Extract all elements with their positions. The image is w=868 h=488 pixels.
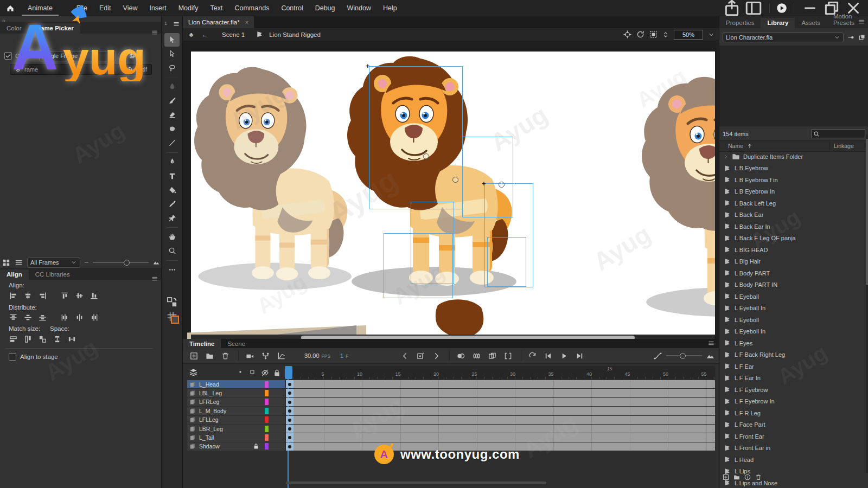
layer-frames-row[interactable] <box>286 398 715 406</box>
panel-menu-icon[interactable] <box>151 29 158 36</box>
advanced-layers-button[interactable] <box>259 350 272 362</box>
library-search-input[interactable] <box>811 129 865 138</box>
delete-item-button[interactable] <box>755 474 762 480</box>
library-item[interactable]: L F Ear In <box>719 373 866 384</box>
keyframe-cell[interactable] <box>286 442 293 451</box>
align-vertical-center-button[interactable] <box>74 291 85 300</box>
new-folder-button[interactable] <box>203 350 216 362</box>
frame-mode-dropdown[interactable]: Single Frame <box>39 51 116 61</box>
library-document-dropdown[interactable]: Lion Character.fla <box>723 33 844 42</box>
library-item[interactable]: L B Eyebrow f in <box>719 174 866 186</box>
pin-library-icon[interactable] <box>848 34 854 41</box>
library-item[interactable]: L F Back Right Leg <box>719 349 866 361</box>
align-top-edge-button[interactable] <box>59 291 70 300</box>
pin-tool[interactable] <box>164 211 180 225</box>
align-horizontal-center-button[interactable] <box>22 291 33 300</box>
distribute-horizontal-center-button[interactable] <box>74 312 85 322</box>
timeline-layer-row[interactable]: LBR_Leg <box>187 425 285 433</box>
list-view-icon[interactable] <box>15 259 23 267</box>
menu-item[interactable]: Animate <box>22 0 59 16</box>
breadcrumb-scene[interactable]: Scene 1 <box>222 31 245 38</box>
align-bottom-edge-button[interactable] <box>88 291 99 300</box>
tab-library[interactable]: Library <box>761 18 795 28</box>
library-item[interactable]: L Eyes <box>719 337 866 349</box>
hand-tool[interactable] <box>164 230 180 243</box>
zoom-tool[interactable] <box>164 244 180 258</box>
library-item[interactable]: L B Eyebrow <box>719 163 866 175</box>
tab-assets[interactable]: Assets <box>795 18 827 28</box>
match-width-button[interactable] <box>8 334 18 344</box>
transform-point-handle[interactable] <box>452 177 458 183</box>
paint-bucket-tool[interactable] <box>164 183 180 197</box>
library-item[interactable]: L F Ear <box>719 361 866 373</box>
keyframe-cell[interactable] <box>286 433 293 441</box>
back-arrow-icon[interactable]: ← <box>201 30 209 38</box>
space-horizontal-button[interactable] <box>66 334 77 344</box>
graph-size-icon[interactable] <box>654 352 662 360</box>
tab-cc-libraries[interactable]: CC Libraries <box>29 269 76 280</box>
library-item[interactable]: L Body PART <box>719 267 866 279</box>
selection-tool[interactable] <box>164 33 180 47</box>
swap-colors-icon[interactable] <box>167 297 177 307</box>
chevron-down-icon[interactable] <box>708 31 714 38</box>
library-item[interactable]: L F Eyebrow In <box>719 396 866 408</box>
home-icon[interactable] <box>5 3 15 13</box>
playhead[interactable] <box>285 366 292 379</box>
rotate-stage-icon[interactable] <box>636 30 644 38</box>
keyframe-cell[interactable] <box>286 416 293 424</box>
distribute-top-button[interactable] <box>8 312 18 322</box>
new-library-panel-icon[interactable] <box>859 34 865 41</box>
align-left-edge-button[interactable] <box>8 291 18 300</box>
tab-align[interactable]: Align <box>0 269 29 280</box>
keyframe-cell[interactable] <box>286 407 293 415</box>
hide-all-layers-icon[interactable] <box>261 369 269 377</box>
timeline-layer-row[interactable]: LFRLeg <box>187 398 285 406</box>
radio-icon[interactable] <box>126 66 133 73</box>
radio-icon[interactable] <box>15 66 21 73</box>
library-item[interactable]: L Back Ear In <box>719 221 866 233</box>
keyframe-cell[interactable] <box>286 389 293 397</box>
current-frame-value[interactable]: 1 <box>340 352 343 359</box>
keyframe-cell[interactable] <box>286 398 293 406</box>
insert-keyframe-button[interactable] <box>414 350 427 362</box>
library-item[interactable]: L BIG HEAD <box>719 244 866 256</box>
menu-item[interactable]: Debug <box>309 0 341 16</box>
lasso-tool[interactable] <box>164 61 180 75</box>
library-item[interactable]: L F R Leg <box>719 407 866 419</box>
onion-skin-outlines-button[interactable] <box>470 350 483 362</box>
quick-share-play-button[interactable] <box>776 3 787 14</box>
eyedropper-tool[interactable] <box>164 197 180 211</box>
delete-button[interactable] <box>219 350 232 362</box>
library-item[interactable]: L Back Ear <box>719 209 866 221</box>
insert-frame-button[interactable] <box>187 350 200 362</box>
distribute-bottom-button[interactable] <box>37 312 48 322</box>
step-back-button[interactable] <box>541 350 554 362</box>
eraser-tool[interactable] <box>164 108 180 121</box>
match-height-button[interactable] <box>22 334 33 344</box>
menu-item[interactable]: Modify <box>173 0 205 16</box>
frame-picker-options-well[interactable]: rame astif <box>10 64 152 75</box>
timeline-layer-row[interactable]: L_Head <box>187 380 285 388</box>
item-properties-button[interactable] <box>744 474 751 480</box>
fluid-brush-tool[interactable] <box>164 80 180 93</box>
menu-item[interactable]: Insert <box>143 0 172 16</box>
layer-frames-row[interactable] <box>286 416 715 424</box>
layer-frames-row[interactable] <box>286 433 715 441</box>
text-tool[interactable] <box>164 169 180 183</box>
timeline-layer-row[interactable]: L_M_Body <box>187 407 285 415</box>
timeline-scrollbar-thumb[interactable] <box>286 481 546 484</box>
library-item[interactable]: Duplicate Items Folder <box>719 151 866 163</box>
close-tab-icon[interactable]: × <box>245 19 248 25</box>
toolbar-menu-icon[interactable] <box>173 21 180 27</box>
line-tool[interactable] <box>164 136 180 150</box>
library-item[interactable]: L Big Hair <box>719 256 866 268</box>
library-item[interactable]: L Front Ear <box>719 431 866 442</box>
frame-size-icon[interactable] <box>706 352 714 360</box>
space-vertical-button[interactable] <box>52 334 62 344</box>
center-stage-icon[interactable] <box>623 30 631 38</box>
lock-all-layers-icon[interactable] <box>273 369 281 377</box>
distribute-right-button[interactable] <box>88 312 99 322</box>
share-icon[interactable] <box>723 1 741 16</box>
layer-lock-icon[interactable] <box>253 443 259 450</box>
menu-item[interactable]: Commands <box>228 0 275 16</box>
